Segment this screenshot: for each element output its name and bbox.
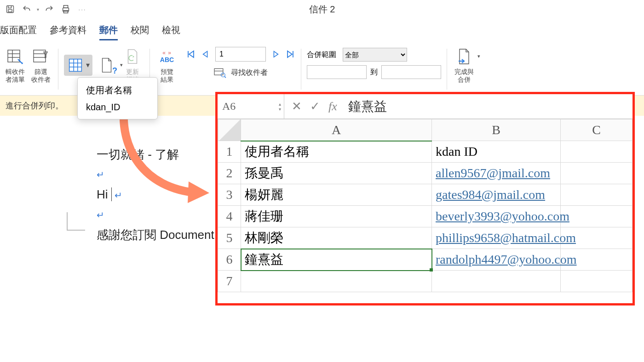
cell[interactable] (432, 271, 561, 292)
select-all-corner[interactable] (218, 119, 241, 141)
svg-rect-4 (63, 11, 68, 13)
fx-icon[interactable]: fx (328, 100, 337, 113)
chevron-down-icon: ▾ (477, 53, 480, 59)
cell-selected[interactable]: 鐘熹益 (241, 249, 432, 271)
find-recipient-icon[interactable] (213, 67, 226, 78)
name-box[interactable]: A6 ▴▾ (218, 94, 284, 119)
range-from-input[interactable] (307, 65, 367, 79)
chevron-down-icon: ▾ (86, 61, 90, 69)
preview-results-button[interactable]: « »ABC 預覽 結果 (155, 47, 178, 84)
edit-recipient-list-label: 輯收件 者清單 (6, 68, 25, 84)
merge-field-dropdown: 使用者名稱 kdan_ID (77, 77, 158, 119)
tab-review[interactable]: 校閱 (131, 24, 149, 40)
dropdown-item-username[interactable]: 使用者名稱 (78, 81, 157, 99)
row-header[interactable]: 3 (218, 184, 241, 206)
last-record-icon[interactable] (285, 49, 295, 59)
first-record-icon[interactable] (186, 49, 196, 59)
svg-rect-1 (8, 10, 12, 12)
formula-value[interactable]: 鐘熹益 (345, 98, 387, 115)
filter-recipients-label: 篩選 收件者 (31, 68, 51, 84)
cell[interactable] (561, 271, 632, 292)
record-number-input[interactable] (215, 47, 266, 62)
col-header-b[interactable]: B (432, 119, 561, 141)
range-to-label: 到 (370, 68, 378, 77)
confirm-icon[interactable]: ✓ (310, 99, 320, 113)
excel-overlay: A6 ▴▾ ✕ ✓ fx 鐘熹益 A B C 1使用者名稱kdan ID 2孫曼… (215, 92, 635, 305)
tab-references[interactable]: 參考資料 (50, 24, 86, 40)
cell[interactable]: 林剛榮 (241, 227, 432, 249)
save-icon[interactable] (4, 3, 17, 16)
tab-layout[interactable]: 版面配置 (0, 24, 37, 40)
more-icon[interactable]: ··· (76, 3, 89, 16)
row-header[interactable]: 2 (218, 163, 241, 184)
cell[interactable] (561, 206, 632, 227)
title-bar: ▾ ··· 信件 2 (0, 0, 644, 18)
cell[interactable]: gates984@jmail.com (432, 184, 561, 206)
record-nav (186, 47, 295, 62)
formula-bar: A6 ▴▾ ✕ ✓ fx 鐘熹益 (218, 94, 632, 119)
quick-access-toolbar: ▾ ··· (4, 3, 89, 16)
svg-rect-5 (8, 50, 20, 62)
cell[interactable] (561, 184, 632, 206)
cell[interactable] (561, 163, 632, 184)
print-icon[interactable] (59, 3, 72, 16)
ribbon-tabs: 版面配置 參考資料 郵件 校閱 檢視 (0, 18, 644, 44)
undo-icon[interactable] (20, 3, 33, 16)
insert-merge-field-button[interactable]: ▾ (64, 55, 92, 76)
cell[interactable] (241, 271, 432, 292)
cell[interactable]: phillips9658@hatmail.com (432, 227, 561, 249)
col-header-c[interactable]: C (561, 119, 632, 141)
cell[interactable]: 楊妍麗 (241, 184, 432, 206)
cell[interactable]: kdan ID (432, 141, 561, 163)
cell[interactable]: allen9567@jmail.com (432, 163, 561, 184)
undo-chevron-icon[interactable]: ▾ (37, 7, 39, 12)
dropdown-item-kdan-id[interactable]: kdan_ID (78, 99, 157, 115)
filter-recipients-button[interactable]: 篩選 收件者 (29, 47, 52, 84)
cell[interactable]: 使用者名稱 (241, 141, 432, 163)
row-header[interactable]: 1 (218, 141, 241, 163)
preview-results-label: 預覽 結果 (161, 68, 173, 84)
cell[interactable]: randolph4497@yohoo.com (432, 249, 561, 271)
redo-icon[interactable] (43, 3, 56, 16)
cancel-icon[interactable]: ✕ (292, 99, 302, 113)
range-to-input[interactable] (381, 65, 441, 79)
cell[interactable]: beverly3993@yohoo.com (432, 206, 561, 227)
tab-view[interactable]: 檢視 (162, 24, 180, 40)
document-title: 信件 2 (309, 3, 335, 16)
page-margin-marker (67, 212, 85, 231)
row-header[interactable]: 7 (218, 271, 241, 292)
row-header[interactable]: 6 (218, 249, 241, 271)
svg-rect-3 (63, 6, 68, 8)
svg-rect-19 (214, 68, 223, 75)
finish-merge-label: 完成與 合併 (454, 68, 474, 84)
prev-record-icon[interactable] (201, 49, 211, 59)
next-record-icon[interactable] (270, 49, 281, 59)
svg-rect-12 (69, 59, 82, 71)
spreadsheet-grid[interactable]: A B C 1使用者名稱kdan ID 2孫曼禹allen9567@jmail.… (218, 119, 632, 292)
finish-merge-button[interactable]: ▾ 完成與 合併 (453, 47, 476, 84)
merge-range-label: 合併範圍 (307, 50, 339, 60)
cell[interactable]: 孫曼禹 (241, 163, 432, 184)
find-recipient-label[interactable]: 尋找收件者 (231, 68, 268, 78)
cell[interactable]: 蔣佳珊 (241, 206, 432, 227)
merge-range-select[interactable]: 全部 (343, 48, 407, 62)
svg-line-22 (224, 77, 226, 78)
rules-button[interactable]: ?▾ (95, 56, 118, 75)
col-header-a[interactable]: A (241, 119, 432, 141)
message-bar-text: 進行合併列印。 (6, 101, 63, 110)
row-header[interactable]: 4 (218, 206, 241, 227)
edit-recipient-list-button[interactable]: 輯收件 者清單 (4, 47, 27, 84)
tab-mailings[interactable]: 郵件 (99, 24, 118, 40)
row-header[interactable]: 5 (218, 227, 241, 249)
cell[interactable] (561, 141, 632, 163)
